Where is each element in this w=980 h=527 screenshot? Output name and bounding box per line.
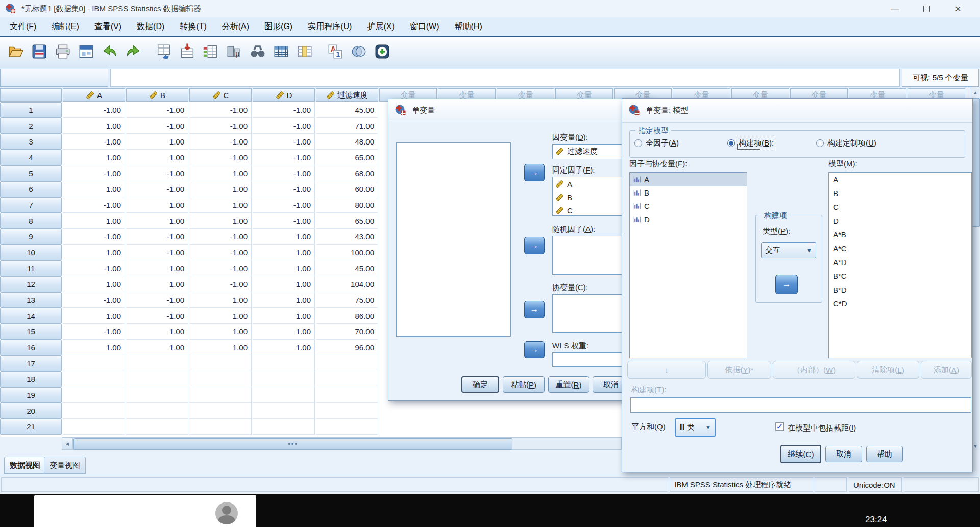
menu-item-x[interactable]: 扩展(X) <box>359 17 402 36</box>
fixed-factors-list[interactable]: ABC <box>552 177 623 216</box>
data-cell[interactable] <box>189 387 252 403</box>
row-header[interactable]: 9 <box>0 229 62 245</box>
row-header[interactable]: 1 <box>0 102 62 118</box>
data-cell[interactable]: -1.00 <box>189 118 252 134</box>
data-cell[interactable]: 1.00 <box>63 213 125 229</box>
data-cell[interactable]: 1.00 <box>63 118 125 134</box>
insert-cases-button[interactable] <box>270 40 293 65</box>
data-cell[interactable]: -1.00 <box>63 134 125 150</box>
row-header[interactable]: 6 <box>0 181 62 197</box>
row-header[interactable]: 20 <box>0 403 62 419</box>
data-cell[interactable]: -1.00 <box>189 245 252 260</box>
add-term-arrow-button[interactable]: → <box>775 275 798 294</box>
vertical-scroll-thumb[interactable] <box>972 98 980 227</box>
column-header-a[interactable]: A <box>63 88 125 102</box>
data-cell[interactable]: 45.00 <box>316 260 378 276</box>
model-term-item[interactable]: C*D <box>829 297 971 310</box>
insert-case-button[interactable] <box>176 40 199 65</box>
data-cell[interactable]: 1.00 <box>126 340 188 355</box>
data-cell[interactable]: -1.00 <box>189 134 252 150</box>
data-cell[interactable] <box>126 387 188 403</box>
data-cell[interactable] <box>189 403 252 419</box>
data-cell[interactable]: 96.00 <box>316 340 378 355</box>
open-file-button[interactable] <box>4 40 28 65</box>
factor-item-b[interactable]: B <box>630 186 747 199</box>
factors-covariates-list[interactable]: ABCD <box>629 172 747 358</box>
data-cell[interactable]: 104.00 <box>316 276 378 292</box>
row-header[interactable]: 18 <box>0 371 62 387</box>
random-factors-list[interactable] <box>552 236 623 275</box>
minimize-button[interactable]: — <box>879 0 911 17</box>
column-header-d[interactable]: D <box>253 88 315 102</box>
data-cell[interactable]: 1.00 <box>63 340 125 355</box>
save-file-button[interactable] <box>28 40 51 65</box>
data-cell[interactable]: 71.00 <box>316 118 378 134</box>
fixed-factor-item[interactable]: A <box>553 177 623 190</box>
data-cell[interactable] <box>189 419 252 435</box>
data-cell[interactable]: 68.00 <box>316 165 378 181</box>
data-cell[interactable]: -1.00 <box>126 165 188 181</box>
type-dropdown[interactable]: 交互 ▼ <box>761 242 816 258</box>
cancel-button[interactable]: 取消 <box>825 446 862 462</box>
source-variable-list[interactable] <box>396 142 511 337</box>
data-cell[interactable] <box>316 419 378 435</box>
data-cell[interactable]: 75.00 <box>316 292 378 308</box>
data-cell[interactable]: 65.00 <box>316 213 378 229</box>
data-cell[interactable] <box>253 419 315 435</box>
data-cell[interactable]: -1.00 <box>253 197 315 213</box>
data-cell[interactable] <box>63 355 125 371</box>
model-dialog-titlebar[interactable]: 单变量: 模型 <box>622 99 972 123</box>
row-header[interactable]: 13 <box>0 292 62 308</box>
print-button[interactable] <box>51 40 75 65</box>
model-term-item[interactable]: A*B <box>829 228 971 242</box>
data-cell[interactable]: -1.00 <box>126 102 188 118</box>
by-button[interactable]: 依据(Y)* <box>707 361 771 379</box>
data-cell[interactable]: -1.00 <box>126 308 188 324</box>
data-cell[interactable] <box>253 387 315 403</box>
column-header-b[interactable]: B <box>126 88 188 102</box>
data-cell[interactable]: 1.00 <box>63 150 125 165</box>
include-intercept-checkbox[interactable]: ✓ <box>775 422 784 431</box>
covariates-list[interactable] <box>552 294 623 333</box>
dependent-variable-field[interactable]: 过滤速度 <box>552 144 623 159</box>
data-cell[interactable]: 1.00 <box>63 181 125 197</box>
model-term-item[interactable]: C <box>829 200 971 214</box>
data-cell[interactable]: 43.00 <box>316 229 378 245</box>
data-cell[interactable]: 1.00 <box>126 134 188 150</box>
data-cell[interactable]: -1.00 <box>253 134 315 150</box>
tab-data-view[interactable]: 数据视图 <box>4 457 46 474</box>
undo-button[interactable] <box>98 40 121 65</box>
row-header[interactable]: 14 <box>0 308 62 324</box>
column-header-c[interactable]: C <box>189 88 252 102</box>
data-cell[interactable] <box>126 355 188 371</box>
help-button[interactable]: 帮助 <box>866 446 903 462</box>
data-cell[interactable]: -1.00 <box>63 260 125 276</box>
data-cell[interactable]: -1.00 <box>253 118 315 134</box>
factor-item-c[interactable]: C <box>630 199 747 212</box>
data-cell[interactable]: -1.00 <box>253 102 315 118</box>
goto-variable-button[interactable] <box>199 40 223 65</box>
sum-of-squares-dropdown[interactable]: Ⅲ 类 ▼ <box>675 418 716 437</box>
data-cell[interactable]: -1.00 <box>189 260 252 276</box>
menu-item-t[interactable]: 转换(T) <box>172 17 214 36</box>
row-header[interactable]: 15 <box>0 324 62 340</box>
data-cell[interactable] <box>253 355 315 371</box>
data-cell[interactable]: -1.00 <box>126 229 188 245</box>
model-term-item[interactable]: B <box>829 186 971 200</box>
clear-term-button[interactable]: 清除项(L) <box>857 361 919 379</box>
row-header[interactable]: 3 <box>0 134 62 150</box>
data-cell[interactable]: -1.00 <box>253 165 315 181</box>
data-cell[interactable]: -1.00 <box>63 102 125 118</box>
model-term-item[interactable]: A <box>829 173 971 186</box>
data-cell[interactable]: -1.00 <box>126 245 188 260</box>
data-cell[interactable] <box>189 355 252 371</box>
data-cell[interactable] <box>253 403 315 419</box>
data-cell[interactable]: -1.00 <box>253 213 315 229</box>
data-cell[interactable]: -1.00 <box>126 118 188 134</box>
data-cell[interactable]: -1.00 <box>63 165 125 181</box>
data-cell[interactable] <box>63 387 125 403</box>
data-cell[interactable] <box>63 371 125 387</box>
row-header[interactable]: 16 <box>0 340 62 355</box>
move-fixed-factor-button[interactable]: → <box>524 237 545 254</box>
data-cell[interactable]: -1.00 <box>63 229 125 245</box>
